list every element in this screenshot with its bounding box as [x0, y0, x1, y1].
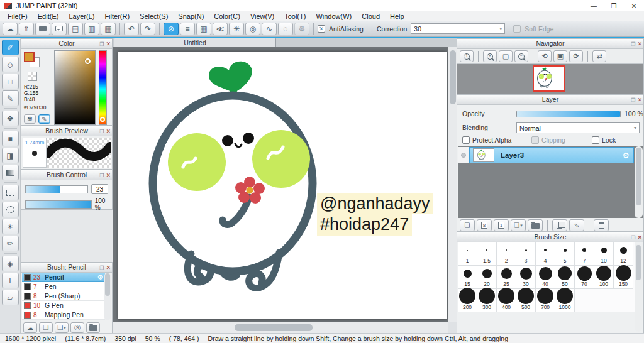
- brush-item-mapping-pen[interactable]: 8Mapping Pen: [22, 310, 105, 320]
- brush-size-cell-15[interactable]: 15: [458, 266, 477, 289]
- snap-grid-icon[interactable]: ▦: [196, 23, 211, 35]
- menu-item-window[interactable]: Window(W): [311, 13, 357, 20]
- brush-size-cell-400[interactable]: 400: [497, 289, 516, 312]
- canvas[interactable]: @nganhadayy #hoidap247: [118, 52, 447, 319]
- menu-item-select[interactable]: Select(S): [135, 13, 173, 20]
- gradient-tool[interactable]: [2, 165, 19, 180]
- close-icon[interactable]: ✕: [637, 40, 642, 49]
- brush-size-cell-40[interactable]: 40: [536, 266, 555, 289]
- new-brush-button[interactable]: ❏: [39, 322, 53, 333]
- foreground-swatch[interactable]: [24, 52, 35, 62]
- close-icon[interactable]: ✕: [106, 127, 111, 136]
- chat-icon[interactable]: [35, 23, 50, 35]
- brush-list-scrollbar[interactable]: [104, 273, 111, 320]
- add-1bit-layer-button[interactable]: 1: [494, 219, 509, 231]
- menu-item-color[interactable]: Color(C): [209, 13, 245, 20]
- close-icon[interactable]: ✕: [106, 40, 111, 49]
- brush-size-cell-70[interactable]: 70: [575, 266, 594, 289]
- brush-size-cell-200[interactable]: 200: [458, 289, 477, 312]
- popout-icon[interactable]: ❐: [631, 40, 635, 49]
- fit-screen-icon[interactable]: ▢: [499, 50, 513, 62]
- brush-size-cell-3[interactable]: 3: [516, 242, 536, 266]
- comment-icon[interactable]: [52, 23, 67, 35]
- layer-visibility-toggle[interactable]: [458, 147, 469, 163]
- brush-size-cell-4[interactable]: 4: [536, 242, 555, 266]
- hue-slider[interactable]: [99, 50, 107, 125]
- brush-size-slider[interactable]: [25, 185, 88, 193]
- menu-item-file[interactable]: File(F): [3, 13, 33, 20]
- brush-settings-gear-icon[interactable]: ⚙: [97, 273, 103, 281]
- palette-edit-icon[interactable]: ✎: [38, 114, 50, 124]
- restore-button[interactable]: ❐: [604, 0, 624, 11]
- menu-item-edit[interactable]: Edit(E): [33, 13, 64, 20]
- snap-settings-icon[interactable]: ⚙: [294, 23, 309, 35]
- menu-item-layer[interactable]: Layer(L): [64, 13, 99, 20]
- brush-size-cell-1.5[interactable]: 1.5: [477, 242, 497, 266]
- document-icon[interactable]: ▤: [68, 23, 83, 35]
- move-tool[interactable]: ✥: [2, 111, 19, 126]
- correction-dropdown[interactable]: 30 ▾: [411, 23, 505, 34]
- cloud-icon[interactable]: ☁: [3, 23, 18, 35]
- redo-icon[interactable]: ↷: [140, 23, 155, 35]
- add-layer-button[interactable]: ❏: [460, 219, 475, 231]
- rotate-cw-icon[interactable]: ⟳: [569, 50, 583, 62]
- menu-item-snap[interactable]: Snap(N): [173, 13, 209, 20]
- brush-size-cell-700[interactable]: 700: [536, 289, 555, 312]
- close-button[interactable]: ✕: [624, 0, 644, 11]
- canvas-region[interactable]: @nganhadayy #hoidap247: [113, 47, 448, 322]
- close-icon[interactable]: ✕: [637, 95, 642, 105]
- zoom-100-icon[interactable]: 1: [460, 50, 474, 62]
- lock-checkbox[interactable]: [592, 136, 599, 144]
- add-layer-menu-button[interactable]: ❏▾: [511, 219, 526, 231]
- hscroll-thumb[interactable]: [235, 324, 313, 331]
- menu-item-help[interactable]: Help: [385, 13, 409, 20]
- brush-tool[interactable]: ✐: [2, 40, 19, 55]
- soft-edge-checkbox[interactable]: [513, 25, 521, 33]
- text-tool[interactable]: T: [2, 273, 19, 288]
- brush-size-cell-150[interactable]: 150: [614, 266, 633, 289]
- snap-parallel-icon[interactable]: ≡: [180, 23, 195, 35]
- menu-item-filter[interactable]: Filter(R): [99, 13, 135, 20]
- brush-size-cell-2[interactable]: 2: [497, 242, 516, 266]
- snap-vanishing-point-icon[interactable]: ≪: [213, 23, 228, 35]
- brush-size-cell-500[interactable]: 500: [516, 289, 536, 312]
- snap-radial-icon[interactable]: ◌: [278, 23, 293, 35]
- zoom-in-icon[interactable]: +: [483, 50, 497, 62]
- navigator-view[interactable]: [457, 64, 643, 94]
- brush-size-cell-50[interactable]: 50: [555, 266, 575, 289]
- brush-size-cell-1000[interactable]: 1000: [555, 289, 575, 312]
- canvas-horizontal-scrollbar[interactable]: [113, 322, 448, 333]
- brush-folder-button[interactable]: [86, 322, 100, 333]
- select-rect-tool[interactable]: [2, 185, 19, 200]
- brush-size-cell-12[interactable]: 12: [614, 242, 633, 266]
- layer-opacity-slider[interactable]: [516, 111, 621, 117]
- antialiasing-checkbox[interactable]: ✕: [318, 25, 325, 33]
- hue-slider-handle[interactable]: [100, 117, 105, 122]
- brush-size-cell-1[interactable]: 1: [458, 242, 477, 266]
- popout-icon[interactable]: ❐: [99, 127, 104, 136]
- blending-dropdown[interactable]: Normal ▾: [516, 122, 640, 133]
- layer-list-scrollbar[interactable]: [635, 146, 643, 218]
- lasso-tool[interactable]: [2, 202, 19, 217]
- popout-icon[interactable]: ❐: [99, 171, 104, 180]
- brush-opacity-slider[interactable]: [25, 200, 92, 209]
- close-icon[interactable]: ✕: [637, 233, 642, 242]
- menu-item-view[interactable]: View(V): [245, 13, 279, 20]
- popout-icon[interactable]: ❐: [631, 233, 635, 242]
- brush-size-cell-100[interactable]: 100: [594, 266, 614, 289]
- protect-alpha-checkbox[interactable]: [462, 136, 470, 144]
- brush-size-cell-10[interactable]: 10: [594, 242, 614, 266]
- flip-icon[interactable]: ⇄: [592, 50, 606, 62]
- brush-item-pen-sharp-[interactable]: 8Pen (Sharp): [22, 291, 105, 301]
- material-icon[interactable]: ▦: [101, 23, 116, 35]
- download-brush-button[interactable]: ☁: [23, 322, 37, 333]
- menu-item-cloud[interactable]: Cloud: [357, 13, 385, 20]
- layout-icon[interactable]: ▥: [84, 23, 99, 35]
- layer-settings-gear-icon[interactable]: ⚙: [622, 151, 630, 160]
- popout-icon[interactable]: ❐: [99, 40, 104, 49]
- layer-folder-button[interactable]: [528, 219, 543, 231]
- layer-row[interactable]: Layer3 ⚙: [458, 147, 634, 163]
- brush-size-cell-25[interactable]: 25: [497, 266, 516, 289]
- popout-icon[interactable]: ❐: [99, 263, 104, 273]
- duplicate-layer-button[interactable]: [552, 219, 567, 231]
